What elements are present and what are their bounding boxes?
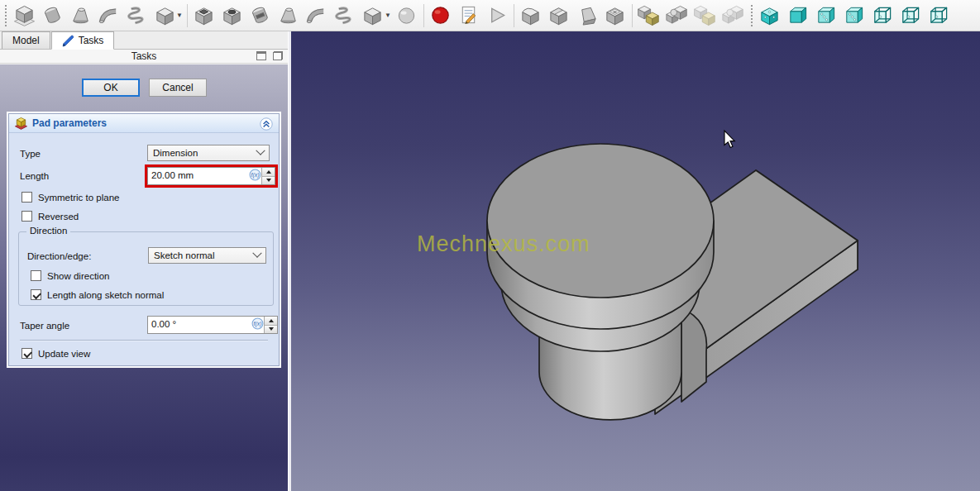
checkbox-box[interactable] <box>31 289 41 300</box>
taper-spin-down[interactable] <box>265 326 277 334</box>
reversed-checkbox[interactable]: Reversed <box>22 211 79 222</box>
subtractive-pipe-tool-button[interactable] <box>303 2 331 29</box>
sphere-tool-button[interactable] <box>393 2 421 29</box>
boolean-tool-1-icon <box>638 4 660 26</box>
view-right-button-icon <box>843 4 865 26</box>
execute-macro-button-button[interactable] <box>483 2 511 29</box>
ok-button[interactable]: OK <box>82 79 140 97</box>
view-bottom-button-button[interactable] <box>896 2 925 29</box>
pad-tool-button[interactable] <box>10 2 38 29</box>
length-spin-down[interactable] <box>262 177 275 185</box>
expression-fx-icon[interactable]: f(x) <box>249 169 261 181</box>
fillet-tool-button[interactable] <box>517 2 545 29</box>
boolean-tool-4-icon <box>722 4 744 26</box>
revolution-tool-button[interactable] <box>38 2 66 29</box>
additive-tools: ▼ <box>10 2 184 29</box>
boolean-tool-3-button[interactable] <box>691 2 719 29</box>
toolbar-drag-handle[interactable] <box>749 5 754 26</box>
view-front-button-button[interactable] <box>784 2 812 29</box>
direction-group-title: Direction <box>26 226 70 236</box>
additive-helix-tool-icon <box>126 4 148 26</box>
svg-text:f(x): f(x) <box>251 172 259 179</box>
checkbox-box[interactable] <box>22 211 32 222</box>
separator <box>20 340 268 341</box>
tab-tasks[interactable]: Tasks <box>51 31 115 50</box>
hole-tool-icon <box>221 4 243 26</box>
boolean-tool-2-button[interactable] <box>663 2 691 29</box>
length-highlight-box: 20.00 mm f(x) <box>145 164 278 188</box>
toolbar-drag-handle[interactable] <box>3 5 8 26</box>
show-direction-checkbox[interactable]: Show direction <box>31 270 109 281</box>
length-along-sketch-normal-checkbox[interactable]: Length along sketch normal <box>31 289 164 300</box>
pad-disk-top-face <box>487 144 714 298</box>
toolbar-separator <box>423 4 424 27</box>
toolbar-separator <box>632 4 633 27</box>
boolean-tool-1-button[interactable] <box>635 2 663 29</box>
additive-helix-tool-button[interactable] <box>122 2 151 29</box>
length-spinbox[interactable]: 20.00 mm f(x) <box>147 167 275 185</box>
direction-edge-dropdown[interactable]: Sketch normal <box>148 247 266 264</box>
symmetric-to-plane-checkbox[interactable]: Symmetric to plane <box>22 192 119 203</box>
additive-pipe-tool-button[interactable] <box>94 2 122 29</box>
additive-primitive-tool-button[interactable] <box>151 2 179 29</box>
sphere-tool-icon <box>395 4 418 26</box>
length-spin-up[interactable] <box>262 168 275 177</box>
thickness-tool-button[interactable] <box>601 2 629 29</box>
freecad-window: ▼ ▼ Model Tasks Tasks <box>0 0 980 491</box>
pad-parameters-header[interactable]: Pad parameters <box>9 114 279 133</box>
edit-macro-button-icon <box>457 4 480 26</box>
chamfer-tool-button[interactable] <box>545 2 573 29</box>
view-isometric-button-button[interactable] <box>756 2 784 29</box>
direction-edge-value: Sketch normal <box>154 250 254 260</box>
view-front-button-icon <box>786 4 809 26</box>
checkbox-box[interactable] <box>22 192 32 203</box>
pocket-tool-button[interactable] <box>190 2 218 29</box>
additive-primitive-tool-icon <box>154 4 176 26</box>
type-dropdown[interactable]: Dimension <box>147 145 270 161</box>
view-top-button-button[interactable] <box>812 2 840 29</box>
record-macro-button-button[interactable] <box>427 2 455 29</box>
view-left-button-icon <box>927 4 949 26</box>
boolean-tool-4-button[interactable] <box>719 2 748 29</box>
chevron-down-icon <box>256 146 265 155</box>
fillet-tool-icon <box>519 4 542 26</box>
draft-tool-button[interactable] <box>573 2 601 29</box>
subtractive-primitive-tool-button[interactable] <box>359 2 387 29</box>
edit-macro-button-button[interactable] <box>455 2 483 29</box>
main-toolbar: ▼ ▼ <box>0 0 980 31</box>
additive-loft-tool-icon <box>69 4 92 26</box>
chevron-down-icon <box>252 249 261 258</box>
view-right-button-button[interactable] <box>840 2 868 29</box>
chamfer-tool-icon <box>547 4 570 26</box>
view-rear-button-button[interactable] <box>868 2 896 29</box>
subtractive-loft-tool-button[interactable] <box>275 2 303 29</box>
additive-loft-tool-button[interactable] <box>66 2 94 29</box>
groove-tool-button[interactable] <box>246 2 275 29</box>
checkbox-box[interactable] <box>31 270 41 281</box>
taper-angle-spinbox[interactable]: 0.00 ° f(x) <box>147 316 278 334</box>
length-value[interactable]: 20.00 mm <box>148 168 249 184</box>
pad-tool-icon <box>13 4 36 26</box>
tab-model[interactable]: Model <box>2 31 50 49</box>
view-left-button-button[interactable] <box>925 2 953 29</box>
expression-fx-icon[interactable]: f(x) <box>251 317 264 330</box>
float-panel-icon[interactable] <box>273 51 283 60</box>
pad-icon <box>14 117 28 131</box>
3d-viewport[interactable]: Mechnexus.com <box>291 31 980 491</box>
update-view-checkbox[interactable]: Update view <box>22 348 90 359</box>
taper-spin-up[interactable] <box>265 317 277 326</box>
toolbar-separator <box>187 4 188 27</box>
subtractive-helix-tool-button[interactable] <box>331 2 359 29</box>
collapse-section-button[interactable] <box>260 117 273 131</box>
taper-angle-value[interactable]: 0.00 ° <box>148 317 251 333</box>
checkbox-box[interactable] <box>22 348 32 359</box>
cancel-button[interactable]: Cancel <box>149 79 207 97</box>
tasks-panel-body: OK Cancel Pad parameters <box>0 64 288 491</box>
dock-panel-icon[interactable] <box>256 51 266 60</box>
revolution-tool-icon <box>41 4 64 26</box>
tasks-dock-panel: Model Tasks Tasks OK Cancel <box>0 31 288 491</box>
hole-tool-button[interactable] <box>218 2 246 29</box>
boolean-tools <box>635 2 748 29</box>
direction-group: Direction Direction/edge: Sketch normal … <box>18 231 274 306</box>
show-direction-label: Show direction <box>47 271 109 281</box>
